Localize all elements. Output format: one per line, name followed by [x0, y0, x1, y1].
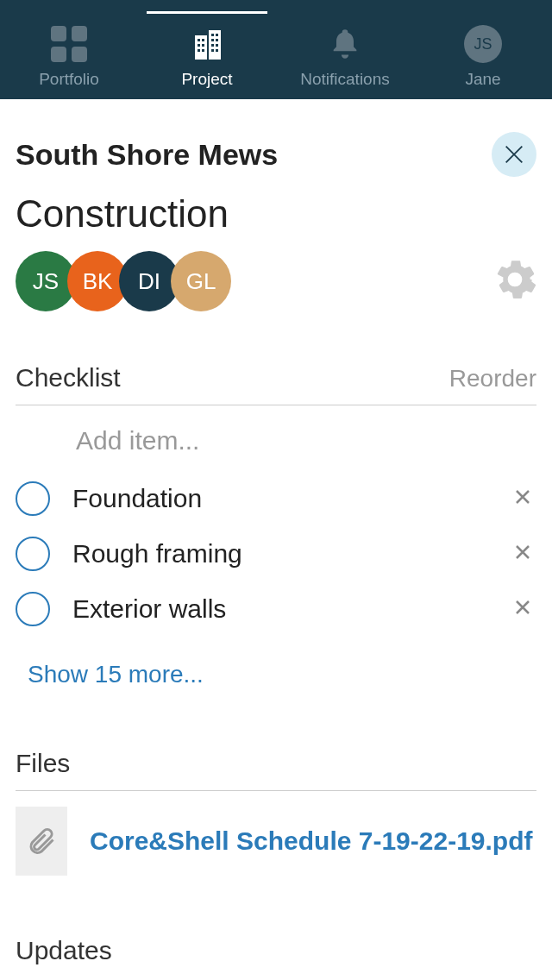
svg-rect-13 — [216, 44, 218, 47]
page-title: Construction — [16, 192, 536, 236]
checkbox[interactable] — [16, 592, 50, 626]
close-button[interactable] — [492, 132, 536, 177]
show-more-button[interactable]: Show 15 more... — [28, 661, 536, 688]
svg-rect-15 — [216, 49, 218, 52]
checklist-item-label: Foundation — [72, 484, 509, 513]
remove-item-button[interactable] — [509, 594, 536, 625]
checklist-item-label: Rough framing — [72, 539, 509, 569]
project-title: South Shore Mews — [16, 138, 278, 172]
add-item-input[interactable]: Add item... — [16, 405, 536, 471]
remove-item-button[interactable] — [509, 483, 536, 514]
svg-rect-5 — [202, 44, 204, 47]
checklist-item: Foundation — [16, 471, 536, 526]
svg-rect-11 — [216, 39, 218, 41]
nav-label: Portfolio — [39, 70, 99, 89]
gear-icon — [493, 258, 536, 301]
avatar-initials: JS — [464, 25, 502, 63]
svg-rect-8 — [211, 34, 214, 36]
checklist-item-label: Exterior walls — [72, 594, 509, 624]
reorder-button[interactable]: Reorder — [449, 365, 536, 393]
checkbox[interactable] — [16, 481, 50, 516]
svg-rect-3 — [202, 39, 204, 41]
buildings-icon — [186, 23, 228, 65]
checklist-heading: Checklist — [16, 363, 121, 393]
svg-rect-1 — [209, 30, 221, 60]
svg-rect-7 — [202, 49, 204, 52]
file-thumbnail[interactable] — [16, 807, 67, 876]
nav-profile[interactable]: JS Jane — [414, 11, 552, 99]
file-row: Core&Shell Schedule 7-19-22-19.pdf — [16, 807, 536, 876]
svg-rect-0 — [195, 35, 207, 60]
nav-label: Notifications — [300, 70, 390, 89]
bell-icon — [324, 23, 366, 65]
paperclip-icon — [26, 826, 57, 857]
x-icon — [512, 487, 533, 507]
assignee-avatars: JS BK DI GL — [16, 251, 231, 311]
svg-rect-6 — [198, 49, 200, 52]
svg-rect-2 — [198, 39, 200, 41]
x-icon — [512, 542, 533, 562]
svg-rect-12 — [211, 44, 214, 47]
avatar-icon: JS — [462, 23, 504, 65]
checkbox[interactable] — [16, 537, 50, 571]
settings-button[interactable] — [493, 258, 536, 305]
nav-label: Project — [181, 70, 232, 89]
files-heading: Files — [16, 749, 536, 791]
grid-icon — [48, 23, 90, 65]
remove-item-button[interactable] — [509, 538, 536, 569]
nav-project[interactable]: Project — [138, 11, 276, 99]
checklist-item: Rough framing — [16, 526, 536, 581]
nav-notifications[interactable]: Notifications — [276, 11, 414, 99]
svg-rect-10 — [211, 39, 214, 41]
nav-portfolio[interactable]: Portfolio — [0, 11, 138, 99]
file-name-link[interactable]: Core&Shell Schedule 7-19-22-19.pdf — [90, 825, 533, 858]
nav-label: Jane — [465, 70, 500, 89]
svg-rect-9 — [216, 34, 218, 36]
updates-heading: Updates — [16, 936, 536, 965]
close-icon — [502, 142, 526, 166]
avatar[interactable]: GL — [171, 251, 231, 311]
checklist-item: Exterior walls — [16, 581, 536, 637]
x-icon — [512, 597, 533, 618]
svg-rect-4 — [198, 44, 200, 47]
svg-rect-14 — [211, 49, 214, 52]
top-nav: Portfolio Project Notifications JS Jane — [0, 0, 552, 99]
